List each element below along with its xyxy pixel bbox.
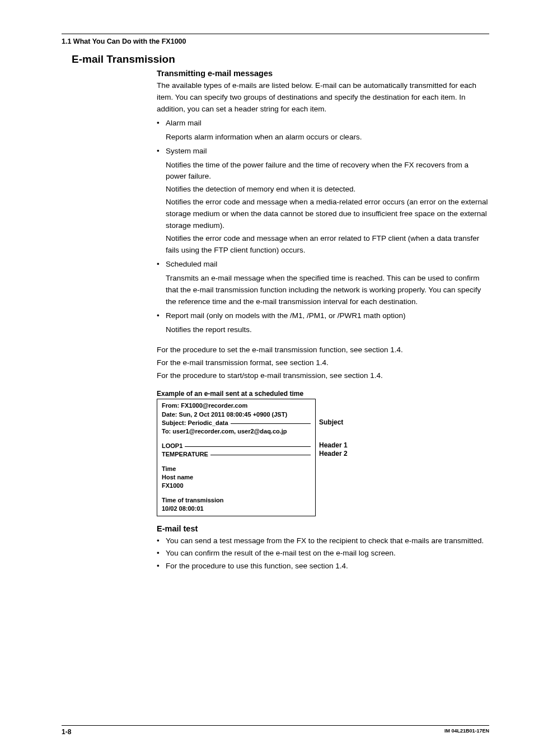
reference-line: For the procedure to set the e-mail tran… xyxy=(157,344,489,356)
mail-type-list: Scheduled mail xyxy=(157,259,489,270)
email-header2: TEMPERATURE xyxy=(162,450,208,459)
list-item: System mail xyxy=(157,146,489,157)
mail-type-list: Alarm mail xyxy=(157,118,489,129)
page-number: 1-8 xyxy=(62,728,71,736)
body-line: Notifies the report results. xyxy=(166,324,489,336)
email-to: To: user1@recorder.com, user2@daq.co.jp xyxy=(162,427,287,436)
leader-line xyxy=(210,455,311,455)
page-footer: 1-8 IM 04L21B01-17EN xyxy=(62,725,489,736)
list-item: For the procedure to use this function, … xyxy=(157,561,489,572)
email-header1: LOOP1 xyxy=(162,442,182,450)
email-block-line: Host name xyxy=(162,473,193,482)
heading-transmitting: Transmitting e-mail messages xyxy=(157,69,489,78)
email-date: Date: Sun, 2 Oct 2011 08:00:45 +0900 (JS… xyxy=(162,410,287,419)
leader-line xyxy=(231,423,311,424)
example-email-box: From: FX1000@recorder.com Date: Sun, 2 O… xyxy=(157,399,316,516)
email-block-line: Time xyxy=(162,465,176,473)
mail-type-list: Report mail (only on models with the /M1… xyxy=(157,310,489,322)
email-subject: Subject: Periodic_data xyxy=(162,419,228,427)
body-line: Notifies the error code and message when… xyxy=(166,197,489,232)
list-item: Scheduled mail xyxy=(157,259,489,270)
list-item: Alarm mail xyxy=(157,118,489,129)
label-header2: Header 2 xyxy=(319,450,348,458)
list-item: You can send a test message from the FX … xyxy=(157,535,489,547)
body-line: Transmits an e-mail message when the spe… xyxy=(166,273,489,308)
email-test-list: You can send a test message from the FX … xyxy=(157,535,489,573)
list-item: Report mail (only on models with the /M1… xyxy=(157,310,489,322)
leader-line xyxy=(185,446,311,447)
label-subject: Subject xyxy=(319,418,348,426)
body-line: Notifies the detection of memory end whe… xyxy=(166,184,489,195)
list-item: You can confirm the result of the e-mail… xyxy=(157,548,489,559)
example-labels: Subject Header 1 Header 2 xyxy=(316,399,348,516)
example-title: Example of an e-mail sent at a scheduled… xyxy=(157,390,489,398)
email-block-line: Time of transmission xyxy=(162,496,223,505)
email-block-line: FX1000 xyxy=(162,482,184,490)
reference-line: For the procedure to start/stop e-mail t… xyxy=(157,370,489,382)
intro-text: The available types of e-mails are liste… xyxy=(157,80,489,115)
reference-line: For the e-mail transmission format, see … xyxy=(157,357,489,369)
heading-email-transmission: E-mail Transmission xyxy=(72,53,489,66)
email-from: From: FX1000@recorder.com xyxy=(162,402,247,410)
body-line: Notifies the error code and message when… xyxy=(166,233,489,256)
heading-email-test: E-mail test xyxy=(157,524,489,533)
doc-id: IM 04L21B01-17EN xyxy=(444,728,489,736)
body-line: Reports alarm information when an alarm … xyxy=(166,132,489,143)
email-block-line: 10/02 08:00:01 xyxy=(162,505,204,513)
body-line: Notifies the time of the power failure a… xyxy=(166,160,489,183)
section-path: 1.1 What You Can Do with the FX1000 xyxy=(62,38,489,45)
label-header1: Header 1 xyxy=(319,441,348,450)
mail-type-list: System mail xyxy=(157,146,489,157)
